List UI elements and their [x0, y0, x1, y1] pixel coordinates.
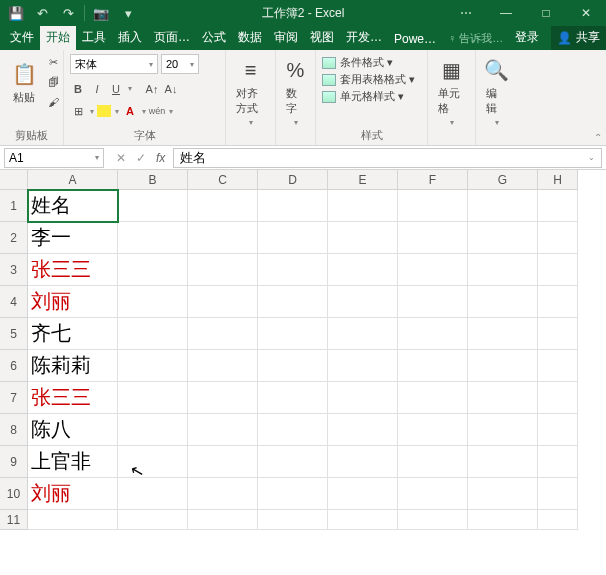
fill-menu[interactable]: ▾: [115, 107, 119, 116]
cell-C8[interactable]: [188, 414, 258, 446]
save-icon[interactable]: 💾: [6, 3, 26, 23]
cell-G8[interactable]: [468, 414, 538, 446]
font-color-button[interactable]: A: [122, 103, 138, 119]
login-button[interactable]: 登录: [509, 25, 545, 50]
cell-B3[interactable]: [118, 254, 188, 286]
tab-开始[interactable]: 开始: [40, 25, 76, 50]
name-box[interactable]: A1 ▾: [4, 148, 104, 168]
ribbon-options-icon[interactable]: ⋯: [446, 0, 486, 26]
tab-开发…[interactable]: 开发…: [340, 25, 388, 50]
cell-F8[interactable]: [398, 414, 468, 446]
col-header-B[interactable]: B: [118, 170, 188, 190]
spreadsheet-grid[interactable]: ABCDEFGH 1234567891011 姓名李一张三三刘丽齐七陈莉莉张三三…: [0, 170, 606, 575]
cell-H9[interactable]: [538, 446, 578, 478]
cell-F3[interactable]: [398, 254, 468, 286]
cell-D1[interactable]: [258, 190, 328, 222]
cell-H6[interactable]: [538, 350, 578, 382]
row-header-8[interactable]: 8: [0, 414, 28, 446]
cell-D10[interactable]: [258, 478, 328, 510]
share-button[interactable]: 👤共享: [551, 25, 606, 50]
cell-F2[interactable]: [398, 222, 468, 254]
cell-F5[interactable]: [398, 318, 468, 350]
cell-B9[interactable]: [118, 446, 188, 478]
tab-视图[interactable]: 视图: [304, 25, 340, 50]
border-menu[interactable]: ▾: [90, 107, 94, 116]
minimize-icon[interactable]: —: [486, 0, 526, 26]
cell-D3[interactable]: [258, 254, 328, 286]
close-icon[interactable]: ✕: [566, 0, 606, 26]
cut-icon[interactable]: ✂: [45, 54, 61, 70]
cell-H3[interactable]: [538, 254, 578, 286]
expand-formula-icon[interactable]: ⌄: [588, 153, 595, 162]
cell-C5[interactable]: [188, 318, 258, 350]
select-all-corner[interactable]: [0, 170, 28, 190]
cell-E11[interactable]: [328, 510, 398, 530]
cell-D4[interactable]: [258, 286, 328, 318]
row-header-9[interactable]: 9: [0, 446, 28, 478]
cell-A7[interactable]: 张三三: [28, 382, 118, 414]
cell-H10[interactable]: [538, 478, 578, 510]
bold-button[interactable]: B: [70, 81, 86, 97]
italic-button[interactable]: I: [89, 81, 105, 97]
cell-styles-button[interactable]: 单元格样式 ▾: [322, 88, 421, 105]
cell-B7[interactable]: [118, 382, 188, 414]
cell-F4[interactable]: [398, 286, 468, 318]
col-header-G[interactable]: G: [468, 170, 538, 190]
row-header-1[interactable]: 1: [0, 190, 28, 222]
tell-me-search[interactable]: ♀ 告诉我…: [442, 27, 509, 50]
cell-G3[interactable]: [468, 254, 538, 286]
cell-E8[interactable]: [328, 414, 398, 446]
col-header-E[interactable]: E: [328, 170, 398, 190]
phonetic-button[interactable]: wén: [149, 103, 165, 119]
cell-H7[interactable]: [538, 382, 578, 414]
cell-D2[interactable]: [258, 222, 328, 254]
cell-D5[interactable]: [258, 318, 328, 350]
cell-E4[interactable]: [328, 286, 398, 318]
cell-A8[interactable]: 陈八: [28, 414, 118, 446]
cell-C9[interactable]: [188, 446, 258, 478]
cell-A5[interactable]: 齐七: [28, 318, 118, 350]
tab-公式[interactable]: 公式: [196, 25, 232, 50]
row-header-7[interactable]: 7: [0, 382, 28, 414]
font-name-combo[interactable]: 宋体▾: [70, 54, 158, 74]
cell-D11[interactable]: [258, 510, 328, 530]
number-format-button[interactable]: % 数字 ▾: [282, 54, 309, 129]
camera-icon[interactable]: 📷: [91, 3, 111, 23]
cell-H8[interactable]: [538, 414, 578, 446]
redo-icon[interactable]: ↷: [58, 3, 78, 23]
phonetic-menu[interactable]: ▾: [169, 107, 173, 116]
collapse-ribbon-icon[interactable]: ⌃: [594, 132, 602, 143]
cell-E3[interactable]: [328, 254, 398, 286]
cell-A2[interactable]: 李一: [28, 222, 118, 254]
cell-G10[interactable]: [468, 478, 538, 510]
alignment-button[interactable]: ≡ 对齐方式 ▾: [232, 54, 269, 129]
conditional-formatting-button[interactable]: 条件格式 ▾: [322, 54, 421, 71]
increase-font-icon[interactable]: A↑: [144, 81, 160, 97]
row-header-2[interactable]: 2: [0, 222, 28, 254]
cell-C3[interactable]: [188, 254, 258, 286]
cell-A3[interactable]: 张三三: [28, 254, 118, 286]
cell-F10[interactable]: [398, 478, 468, 510]
formula-bar[interactable]: 姓名 ⌄: [173, 148, 602, 168]
paste-button[interactable]: 📋 粘贴: [6, 58, 42, 107]
cell-D7[interactable]: [258, 382, 328, 414]
cell-G7[interactable]: [468, 382, 538, 414]
cell-B10[interactable]: [118, 478, 188, 510]
cell-B8[interactable]: [118, 414, 188, 446]
row-header-10[interactable]: 10: [0, 478, 28, 510]
cell-A4[interactable]: 刘丽: [28, 286, 118, 318]
cell-B2[interactable]: [118, 222, 188, 254]
underline-menu[interactable]: ▾: [128, 84, 132, 93]
tab-审阅[interactable]: 审阅: [268, 25, 304, 50]
cell-A9[interactable]: 上官非: [28, 446, 118, 478]
border-button[interactable]: ⊞: [70, 103, 86, 119]
font-color-menu[interactable]: ▾: [142, 107, 146, 116]
cell-H1[interactable]: [538, 190, 578, 222]
row-header-6[interactable]: 6: [0, 350, 28, 382]
col-header-F[interactable]: F: [398, 170, 468, 190]
cell-E1[interactable]: [328, 190, 398, 222]
cell-E7[interactable]: [328, 382, 398, 414]
format-painter-icon[interactable]: 🖌: [45, 94, 61, 110]
tab-插入[interactable]: 插入: [112, 25, 148, 50]
underline-button[interactable]: U: [108, 81, 124, 97]
